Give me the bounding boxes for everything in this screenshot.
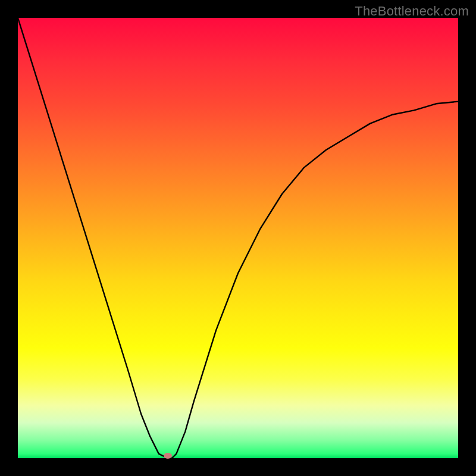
watermark-text: TheBottleneck.com	[355, 4, 469, 19]
minimum-marker-icon	[164, 453, 172, 459]
plot-area	[18, 18, 458, 458]
chart-frame: TheBottleneck.com	[0, 0, 476, 476]
bottleneck-curve	[18, 18, 458, 458]
